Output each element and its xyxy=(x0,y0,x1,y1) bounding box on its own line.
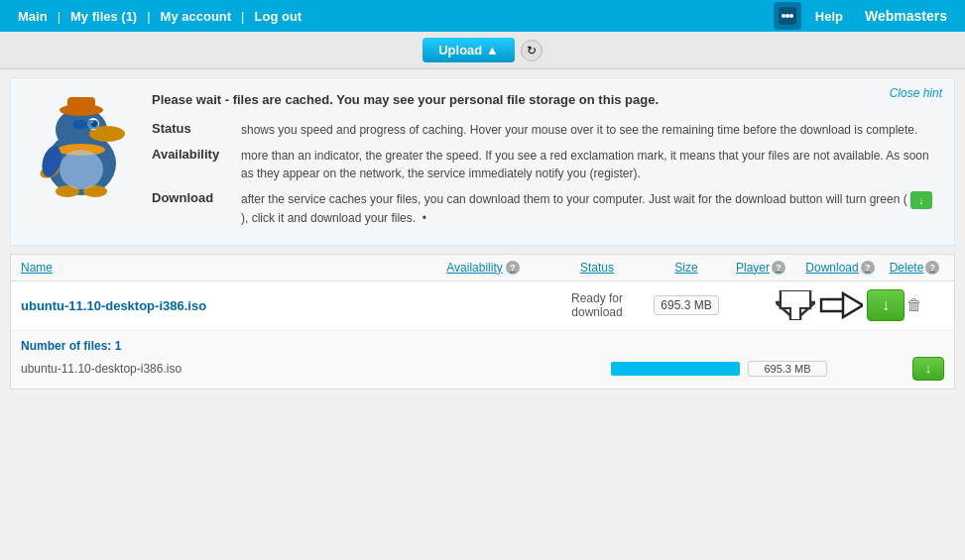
header-player[interactable]: Player ? xyxy=(726,261,795,275)
refresh-button[interactable]: ↻ xyxy=(521,40,543,61)
header-status[interactable]: Status xyxy=(547,261,647,275)
help-section: Help Webmasters xyxy=(774,2,955,30)
close-hint-link[interactable]: Close hint xyxy=(890,86,942,100)
mascot-icon xyxy=(30,92,134,206)
header-name[interactable]: Name xyxy=(21,261,419,275)
hint-main-message: Please wait - files are cached. You may … xyxy=(152,92,938,107)
top-navigation: Main | My files (1) | My account | Log o… xyxy=(0,0,965,32)
summary-size: 695.3 MB xyxy=(748,361,827,377)
hint-status-desc: shows you speed and progress of caching.… xyxy=(241,117,938,143)
hint-availability-row: Availability more than an indicator, the… xyxy=(152,143,938,186)
summary-download-icon: ↓ xyxy=(925,361,932,376)
svg-point-19 xyxy=(60,150,103,189)
nav-help[interactable]: Help xyxy=(807,9,851,24)
hint-status-label: Status xyxy=(152,117,241,143)
arrow-right-icon xyxy=(819,289,863,321)
file-list: Name Availability ? Status Size Player ?… xyxy=(10,254,955,390)
summary-file-row: ubuntu-11.10-desktop-i386.iso 695.3 MB ↓ xyxy=(21,357,944,381)
nav-webmasters[interactable]: Webmasters xyxy=(857,8,955,24)
help-icon xyxy=(774,2,801,30)
table-row: ubuntu-11.10-desktop-i386.iso Ready for … xyxy=(11,281,954,331)
hint-table: Status shows you speed and progress of c… xyxy=(152,117,938,231)
svg-rect-24 xyxy=(821,299,845,311)
trash-icon[interactable]: 🗑 xyxy=(906,296,922,313)
hint-text-area: Please wait - files are cached. You may … xyxy=(152,92,938,231)
nav-sep-2: | xyxy=(145,9,152,24)
player-info-icon[interactable]: ? xyxy=(772,261,785,275)
hint-availability-desc: more than an indicator, the greater the … xyxy=(241,143,938,186)
svg-rect-7 xyxy=(67,97,95,111)
nav-log-out[interactable]: Log out xyxy=(247,9,310,24)
header-availability[interactable]: Availability ? xyxy=(419,261,547,275)
summary-section: Number of files: 1 ubuntu-11.10-desktop-… xyxy=(11,331,954,389)
svg-point-2 xyxy=(785,14,789,18)
availability-info-icon[interactable]: ? xyxy=(506,261,520,275)
progress-fill xyxy=(611,362,740,376)
file-size: 695.3 MB xyxy=(647,295,726,315)
nav-my-files[interactable]: My files (1) xyxy=(62,9,145,24)
nav-sep-1: | xyxy=(56,9,62,24)
upload-button[interactable]: Upload ▲ xyxy=(422,38,515,62)
file-name-link[interactable]: ubuntu-11.10-desktop-i386.iso xyxy=(21,298,419,313)
download-info-icon[interactable]: ? xyxy=(861,261,875,275)
upload-bar: Upload ▲ ↻ xyxy=(0,32,965,69)
hint-download-label: Download xyxy=(152,186,241,231)
hint-availability-label: Availability xyxy=(152,143,241,186)
nav-my-account[interactable]: My account xyxy=(153,9,240,24)
hint-download-row: Download after the service caches your f… xyxy=(152,186,938,231)
mascot-area xyxy=(27,92,136,231)
hint-status-row: Status shows you speed and progress of c… xyxy=(152,117,938,143)
hint-content: Please wait - files are cached. You may … xyxy=(27,92,938,231)
svg-point-1 xyxy=(782,14,785,18)
file-list-header: Name Availability ? Status Size Player ?… xyxy=(11,255,954,281)
download-icon-inline: ↓ xyxy=(910,191,932,209)
delete-info-icon[interactable]: ? xyxy=(925,261,939,275)
num-files-label: Number of files: 1 xyxy=(21,339,944,353)
file-status: Ready for download xyxy=(547,291,647,319)
svg-marker-23 xyxy=(781,290,810,320)
big-arrow-icon xyxy=(776,290,815,320)
summary-download-button[interactable]: ↓ xyxy=(912,357,944,381)
summary-filename: ubuntu-11.10-desktop-i386.iso xyxy=(21,362,603,376)
header-size[interactable]: Size xyxy=(647,261,726,275)
svg-point-3 xyxy=(789,14,793,18)
header-delete[interactable]: Delete ? xyxy=(885,261,944,275)
file-download-area: ↓ xyxy=(795,289,885,321)
svg-rect-12 xyxy=(86,120,98,129)
nav-main[interactable]: Main xyxy=(10,9,56,24)
file-count: 1 xyxy=(115,339,122,353)
svg-marker-25 xyxy=(843,293,863,317)
hint-download-desc: after the service caches your files, you… xyxy=(241,186,938,231)
size-badge: 695.3 MB xyxy=(654,295,718,315)
hint-box: Close hint xyxy=(10,77,955,246)
nav-sep-3: | xyxy=(239,9,246,24)
header-download[interactable]: Download ? xyxy=(795,261,885,275)
file-delete-area: 🗑 xyxy=(885,296,944,314)
progress-bar xyxy=(611,362,740,376)
svg-rect-13 xyxy=(73,120,85,129)
upload-label: Upload ▲ xyxy=(438,43,499,57)
